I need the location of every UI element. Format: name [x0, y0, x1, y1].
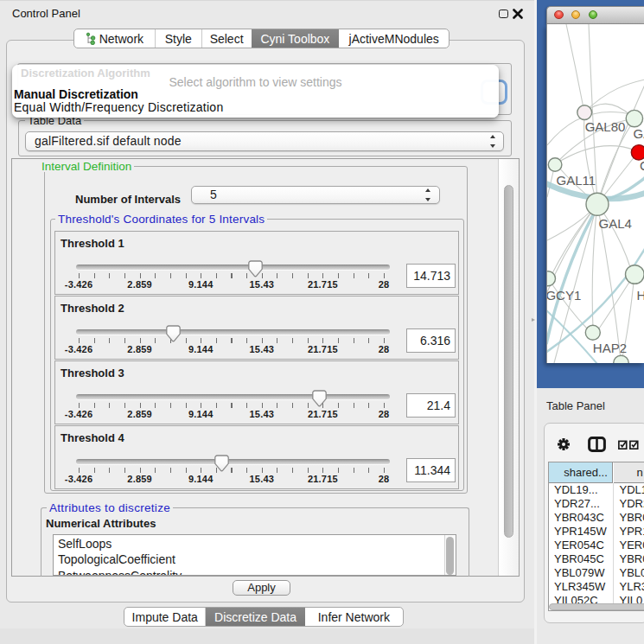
- svg-text:HAP2: HAP2: [593, 341, 627, 355]
- svg-text:GCY1: GCY1: [547, 288, 581, 303]
- svg-text:C: C: [640, 158, 644, 173]
- svg-text:GAL11: GAL11: [557, 173, 596, 188]
- svg-text:GAL4: GAL4: [599, 216, 632, 231]
- svg-text:H: H: [637, 288, 644, 303]
- svg-text:GAL80: GAL80: [585, 120, 626, 135]
- svg-text:GA: GA: [634, 126, 644, 141]
